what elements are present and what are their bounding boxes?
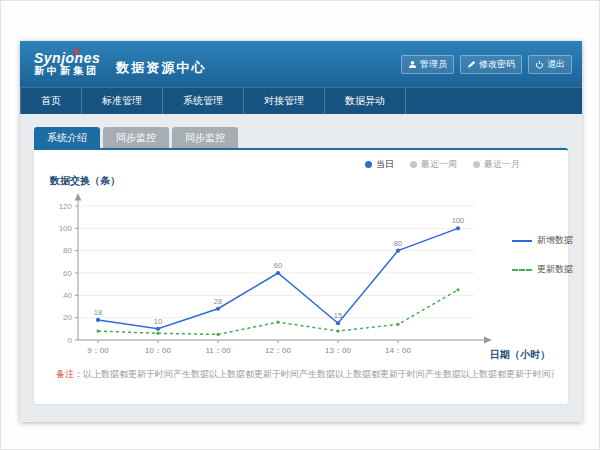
axes: [75, 193, 492, 343]
svg-text:10：00: 10：00: [145, 346, 171, 355]
filter-last-week[interactable]: 最近一周: [410, 158, 457, 171]
svg-text:13：00: 13：00: [325, 346, 351, 355]
main-nav: 首页 标准管理 系统管理 对接管理 数据异动: [20, 87, 582, 114]
data-point: [396, 323, 399, 326]
data-point: [276, 321, 279, 324]
nav-item-system-mgmt[interactable]: 系统管理: [163, 88, 244, 114]
filter-today[interactable]: 当日: [365, 158, 394, 171]
legend-new-data-label: 新增数据: [537, 234, 573, 247]
data-point: [216, 307, 220, 311]
nav-item-home[interactable]: 首页: [20, 88, 82, 114]
app-title: 数据资源中心: [116, 59, 206, 77]
nav-item-data-change[interactable]: 数据异动: [325, 88, 406, 114]
header-actions: 管理员 修改密码 退出: [401, 55, 572, 74]
admin-button[interactable]: 管理员: [401, 55, 454, 74]
svg-text:40: 40: [63, 291, 72, 300]
footnote-prefix: 备注：: [56, 369, 83, 379]
nav-item-standard-mgmt[interactable]: 标准管理: [82, 88, 163, 114]
filter-last-month[interactable]: 最近一月: [473, 158, 520, 171]
svg-text:9：00: 9：00: [87, 346, 109, 355]
logo-text-cn: 新中新集团: [34, 66, 100, 77]
nav-item-connection-mgmt[interactable]: 对接管理: [244, 88, 325, 114]
legend-update-data-label: 更新数据: [537, 263, 573, 276]
logo-text-en: Synjones: [34, 51, 100, 66]
tab-bar: 系统介绍 同步监控 同步监控: [34, 127, 568, 148]
series-legend: 新增数据 更新数据: [512, 234, 573, 276]
time-filter-legend: 当日 最近一周 最近一月: [365, 158, 520, 171]
svg-text:0: 0: [68, 336, 73, 345]
filter-dot-month: [473, 161, 480, 168]
legend-line-sample-green: [512, 269, 532, 271]
tab-sync-monitor-2[interactable]: 同步监控: [172, 127, 238, 148]
data-point: [336, 321, 340, 325]
brand-logo: Synjones 新中新集团: [34, 51, 100, 76]
footnote: 备注：以上数据都更新于时间产生数据以上数据都更新于时间产生数据以上数据都更新于时…: [56, 368, 554, 381]
svg-text:60: 60: [274, 261, 282, 270]
data-point: [456, 288, 459, 291]
series-line-0: 181028601580100: [94, 216, 464, 331]
legend-update-data[interactable]: 更新数据: [512, 263, 573, 276]
svg-text:80: 80: [63, 246, 72, 255]
data-point: [456, 226, 460, 230]
svg-text:20: 20: [63, 313, 72, 322]
change-password-label: 修改密码: [479, 58, 515, 71]
data-point: [396, 249, 400, 253]
filter-dot-week: [410, 161, 417, 168]
svg-text:80: 80: [394, 239, 402, 248]
edit-icon: [467, 60, 476, 69]
svg-text:28: 28: [214, 297, 222, 306]
power-icon: [535, 60, 544, 69]
svg-text:60: 60: [63, 269, 72, 278]
filter-dot-today: [365, 161, 372, 168]
svg-text:15: 15: [334, 311, 342, 320]
legend-line-sample-blue: [512, 240, 532, 242]
user-icon: [408, 60, 417, 69]
data-point: [96, 318, 100, 322]
chart-panel: 当日 最近一周 最近一月 数据交换（条） 0204060801001209：00…: [34, 148, 568, 404]
svg-text:10: 10: [154, 317, 162, 326]
data-point: [216, 333, 219, 336]
svg-text:18: 18: [94, 308, 102, 317]
data-point: [336, 329, 339, 332]
svg-text:100: 100: [59, 224, 73, 233]
filter-week-label: 最近一周: [421, 158, 457, 171]
filter-today-label: 当日: [376, 158, 394, 171]
tab-sync-monitor-1[interactable]: 同步监控: [103, 127, 169, 148]
svg-text:100: 100: [452, 216, 465, 225]
admin-button-label: 管理员: [420, 58, 447, 71]
change-password-button[interactable]: 修改密码: [460, 55, 522, 74]
content-area: 系统介绍 同步监控 同步监控 当日 最近一周 最近一月: [20, 114, 582, 404]
data-point: [156, 327, 160, 331]
y-axis-title: 数据交换（条）: [50, 174, 120, 188]
svg-text:12：00: 12：00: [265, 346, 291, 355]
data-point: [156, 332, 159, 335]
filter-month-label: 最近一月: [484, 158, 520, 171]
logout-label: 退出: [547, 58, 565, 71]
logout-button[interactable]: 退出: [528, 55, 572, 74]
svg-text:14：00: 14：00: [385, 346, 411, 355]
app-window: Synjones 新中新集团 数据资源中心 管理员 修改密码: [20, 41, 582, 422]
svg-text:11：00: 11：00: [205, 346, 231, 355]
data-point: [96, 329, 99, 332]
page: Synjones 新中新集团 数据资源中心 管理员 修改密码: [0, 0, 600, 450]
tab-system-intro[interactable]: 系统介绍: [34, 127, 100, 148]
line-chart: 0204060801001209：0010：0011：0012：0013：001…: [44, 190, 504, 370]
legend-new-data[interactable]: 新增数据: [512, 234, 573, 247]
data-point: [276, 271, 280, 275]
svg-text:120: 120: [59, 202, 73, 211]
top-header: Synjones 新中新集团 数据资源中心 管理员 修改密码: [20, 41, 582, 87]
footnote-text: 以上数据都更新于时间产生数据以上数据都更新于时间产生数据以上数据都更新于时间产生…: [83, 369, 554, 379]
x-axis-title: 日期（小时）: [490, 348, 550, 362]
